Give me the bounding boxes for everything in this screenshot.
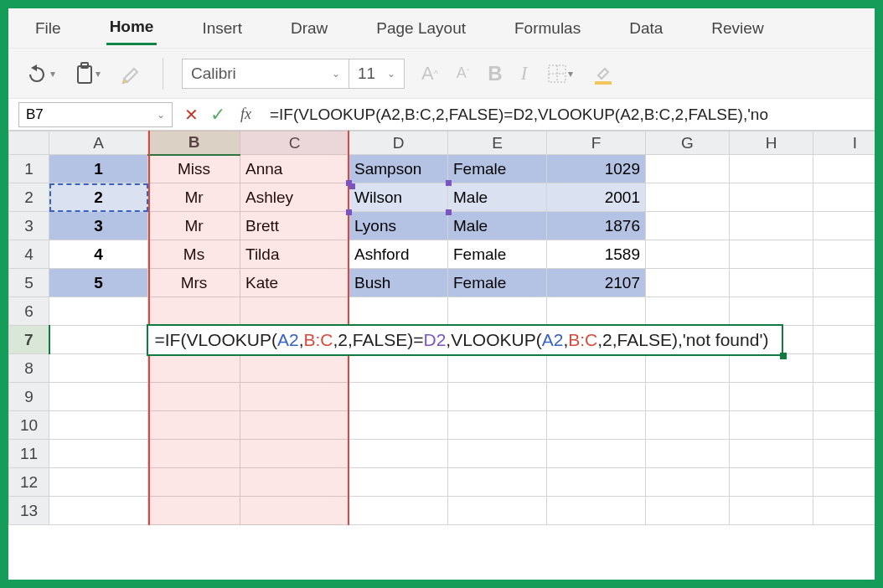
cell-I13[interactable] — [813, 497, 884, 525]
column-header-f[interactable]: F — [547, 132, 646, 155]
cell-B10[interactable] — [148, 411, 240, 440]
cell-C10[interactable] — [240, 411, 349, 440]
row-header-1[interactable]: 1 — [9, 155, 49, 183]
row-header-9[interactable]: 9 — [9, 383, 49, 411]
tab-draw[interactable]: Draw — [287, 13, 331, 44]
cell-G6[interactable] — [646, 297, 730, 326]
cell-C12[interactable] — [240, 468, 349, 497]
cell-H10[interactable] — [730, 411, 813, 440]
row-header-6[interactable]: 6 — [9, 297, 49, 326]
cell-I7[interactable] — [813, 326, 884, 354]
cell-F11[interactable] — [547, 440, 646, 468]
cell-I10[interactable] — [813, 411, 884, 440]
cell-E3[interactable]: Male — [448, 212, 547, 240]
cell-A2[interactable]: 2 — [49, 183, 148, 212]
cell-F8[interactable] — [547, 354, 646, 383]
cell-B8[interactable] — [148, 354, 240, 383]
cell-B5[interactable]: Mrs — [148, 269, 240, 297]
decrease-font-button[interactable]: Aˇ — [455, 61, 471, 85]
cell-B1[interactable]: Miss — [148, 155, 240, 183]
cell-E5[interactable]: Female — [448, 269, 547, 297]
cell-F4[interactable]: 1589 — [547, 240, 646, 269]
column-header-g[interactable]: G — [646, 132, 730, 155]
cell-A4[interactable]: 4 — [49, 240, 148, 269]
cell-D10[interactable] — [349, 411, 448, 440]
cell-B12[interactable] — [148, 468, 240, 497]
cell-D6[interactable] — [349, 297, 448, 326]
cell-B4[interactable]: Ms — [148, 240, 240, 269]
tab-home[interactable]: Home — [106, 11, 157, 45]
cell-H6[interactable] — [730, 297, 813, 326]
cell-H11[interactable] — [730, 440, 813, 468]
cell-B2[interactable]: Mr — [148, 183, 240, 212]
row-header-10[interactable]: 10 — [9, 411, 49, 440]
cell-B13[interactable] — [148, 497, 240, 525]
cell-E13[interactable] — [448, 497, 547, 525]
cell-D11[interactable] — [349, 440, 448, 468]
tab-page-layout[interactable]: Page Layout — [373, 13, 469, 44]
cell-B3[interactable]: Mr — [148, 212, 240, 240]
cell-I6[interactable] — [813, 297, 884, 326]
cell-C13[interactable] — [240, 497, 349, 525]
fx-icon[interactable]: fx — [240, 106, 251, 123]
cell-G3[interactable] — [646, 212, 730, 240]
cell-F3[interactable]: 1876 — [547, 212, 646, 240]
cell-C6[interactable] — [240, 297, 349, 326]
cell-F12[interactable] — [547, 468, 646, 497]
paste-button[interactable]: ▾ — [72, 58, 102, 90]
cell-C1[interactable]: Anna — [240, 155, 349, 183]
cell-I4[interactable] — [813, 240, 884, 269]
confirm-formula-button[interactable]: ✓ — [210, 104, 225, 126]
name-box[interactable]: B7 ⌄ — [18, 102, 173, 127]
row-header-2[interactable]: 2 — [9, 183, 49, 212]
cell-B9[interactable] — [148, 383, 240, 411]
column-header-e[interactable]: E — [448, 132, 547, 155]
cell-G2[interactable] — [646, 183, 730, 212]
row-header-7[interactable]: 7 — [9, 326, 49, 354]
row-header-5[interactable]: 5 — [9, 269, 49, 297]
cell-G13[interactable] — [646, 497, 730, 525]
cell-G11[interactable] — [646, 440, 730, 468]
cancel-formula-button[interactable]: ✕ — [184, 105, 199, 125]
cell-D4[interactable]: Ashford — [349, 240, 448, 269]
row-header-13[interactable]: 13 — [9, 497, 49, 525]
cell-A12[interactable] — [49, 468, 148, 497]
column-header-b[interactable]: B — [148, 132, 240, 155]
row-header-11[interactable]: 11 — [9, 440, 49, 468]
cell-C5[interactable]: Kate — [240, 269, 349, 297]
cell-H9[interactable] — [730, 383, 813, 411]
cell-H2[interactable] — [730, 183, 813, 212]
cell-B6[interactable] — [148, 297, 240, 326]
cell-F13[interactable] — [547, 497, 646, 525]
fill-color-button[interactable] — [590, 59, 617, 89]
tab-review[interactable]: Review — [708, 13, 767, 44]
cell-E9[interactable] — [448, 383, 547, 411]
row-header-12[interactable]: 12 — [9, 468, 49, 497]
cell-E1[interactable]: Female — [448, 155, 547, 183]
tab-file[interactable]: File — [32, 13, 65, 44]
cell-C11[interactable] — [240, 440, 349, 468]
cell-D5[interactable]: Bush — [349, 269, 448, 297]
cell-B11[interactable] — [148, 440, 240, 468]
cell-F9[interactable] — [547, 383, 646, 411]
cell-E10[interactable] — [448, 411, 547, 440]
formula-bar-input[interactable]: =IF(VLOOKUP(A2,B:C,2,FALSE)=D2,VLOOKUP(A… — [263, 102, 875, 127]
cell-C8[interactable] — [240, 354, 349, 383]
cell-I1[interactable] — [813, 155, 884, 183]
cell-D2[interactable]: Wilson — [349, 183, 448, 212]
undo-button[interactable]: ▾ — [23, 59, 57, 88]
cell-G10[interactable] — [646, 411, 730, 440]
cell-D12[interactable] — [349, 468, 448, 497]
cell-editor[interactable]: =IF(VLOOKUP(A2,B:C,2,FALSE)=D2,VLOOKUP(A… — [147, 324, 783, 356]
cell-E12[interactable] — [448, 468, 547, 497]
cell-I5[interactable] — [813, 269, 884, 297]
cell-C9[interactable] — [240, 383, 349, 411]
column-header-a[interactable]: A — [49, 132, 148, 155]
cell-H1[interactable] — [730, 155, 813, 183]
cell-A8[interactable] — [49, 354, 148, 383]
column-header-h[interactable]: H — [730, 132, 813, 155]
cell-H3[interactable] — [730, 212, 813, 240]
cell-I8[interactable] — [813, 354, 884, 383]
cell-A11[interactable] — [49, 440, 148, 468]
cell-G5[interactable] — [646, 269, 730, 297]
